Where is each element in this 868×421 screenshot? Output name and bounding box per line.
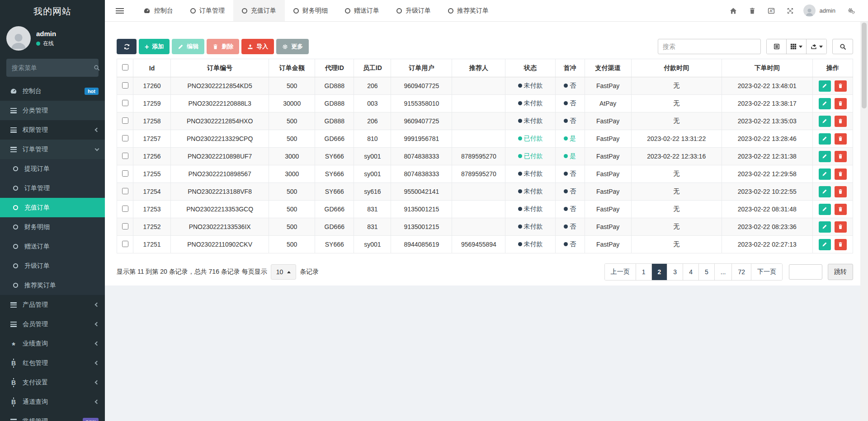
row-checkbox[interactable] (122, 153, 128, 159)
topnav-tab[interactable]: 订单管理 (182, 0, 233, 21)
row-checkbox[interactable] (122, 188, 128, 194)
jump-button[interactable]: 跳转 (828, 264, 853, 280)
list-view-button[interactable] (767, 39, 787, 54)
sidebar-menu-item[interactable]: B 通道查询 (0, 392, 105, 412)
refresh-button[interactable] (117, 39, 137, 54)
topnav-tab[interactable]: 控制台 (135, 0, 182, 21)
sidebar-menu-item[interactable]: 提现订单 (0, 159, 105, 178)
row-delete-button[interactable] (835, 133, 847, 145)
row-delete-button[interactable] (835, 239, 847, 250)
column-header[interactable]: 推荐人 (452, 59, 505, 77)
row-delete-button[interactable] (835, 186, 847, 197)
row-edit-button[interactable] (819, 186, 831, 197)
topnav-user-name[interactable]: admin (820, 7, 835, 14)
row-checkbox[interactable] (122, 117, 128, 124)
row-edit-button[interactable] (819, 133, 831, 145)
page-button[interactable]: 72 (732, 264, 751, 280)
row-checkbox[interactable] (122, 206, 128, 212)
topnav-tab[interactable]: 财务明细 (285, 0, 336, 21)
row-edit-button[interactable] (819, 80, 831, 92)
gears-button[interactable] (842, 0, 861, 22)
column-header[interactable]: 首冲 (555, 59, 585, 77)
row-edit-button[interactable] (819, 151, 831, 162)
sidebar-menu-item[interactable]: 赠送订单 (0, 237, 105, 256)
row-checkbox[interactable] (122, 82, 128, 89)
sidebar-menu-item[interactable]: 分类管理 (0, 101, 105, 120)
sidebar-menu-item[interactable]: * 业绩查询 (0, 334, 105, 353)
sidebar-menu-item[interactable]: 订单管理 (0, 140, 105, 159)
row-delete-button[interactable] (835, 116, 847, 127)
home-button[interactable] (724, 0, 743, 22)
column-header[interactable]: 下单时间 (722, 59, 812, 77)
per-page-select[interactable]: 10 (271, 264, 297, 280)
column-header[interactable]: Id (133, 59, 171, 77)
sidebar-menu-item[interactable]: 会员管理 (0, 314, 105, 334)
page-button[interactable]: 3 (667, 264, 683, 280)
row-delete-button[interactable] (835, 151, 847, 162)
topnav-tab[interactable]: 充值订单 (233, 0, 285, 21)
topnav-tab[interactable]: 升级订单 (388, 0, 439, 21)
column-header[interactable]: 订单编号 (171, 59, 269, 77)
row-delete-button[interactable] (835, 168, 847, 180)
page-button[interactable]: 4 (683, 264, 699, 280)
row-checkbox[interactable] (122, 135, 128, 141)
row-edit-button[interactable] (819, 116, 831, 127)
search-submit-button[interactable] (832, 39, 853, 54)
translate-button[interactable]: A (762, 0, 781, 22)
row-edit-button[interactable] (819, 239, 831, 250)
topnav-tab[interactable]: 赠送订单 (336, 0, 388, 21)
page-button[interactable]: 2 (652, 264, 668, 280)
sidebar-search-input[interactable] (12, 64, 94, 71)
row-edit-button[interactable] (819, 168, 831, 180)
app-title[interactable]: 我的网站 (0, 0, 105, 23)
next-page-button[interactable]: 下一页 (751, 264, 782, 280)
export-button[interactable] (807, 39, 826, 54)
table-search-input[interactable] (658, 39, 761, 54)
sidebar-menu-item[interactable]: 常规管理 new (0, 412, 105, 421)
row-checkbox[interactable] (122, 241, 128, 247)
grid-columns-button[interactable] (787, 39, 807, 54)
sidebar-menu-item[interactable]: 充值订单 (0, 198, 105, 217)
page-button[interactable]: 5 (699, 264, 715, 280)
row-delete-button[interactable] (835, 204, 847, 215)
row-edit-button[interactable] (819, 204, 831, 215)
column-header[interactable]: 支付渠道 (585, 59, 631, 77)
import-button[interactable]: 导入 (241, 39, 274, 54)
column-header[interactable]: 订单用户 (391, 59, 452, 77)
sidebar-menu-item[interactable]: 升级订单 (0, 256, 105, 276)
column-header[interactable]: 订单金额 (269, 59, 315, 77)
add-button[interactable]: + 添加 (139, 39, 170, 54)
sidebar-menu-item[interactable]: 订单管理 (0, 178, 105, 198)
jump-page-input[interactable] (789, 264, 822, 280)
topnav-tab[interactable]: 推荐奖订单 (439, 0, 497, 21)
sidebar-menu-item[interactable]: 产品管理 (0, 295, 105, 314)
sidebar-menu-item[interactable]: 推荐奖订单 (0, 276, 105, 295)
column-header[interactable]: 状态 (505, 59, 555, 77)
avatar[interactable] (803, 5, 816, 17)
row-delete-button[interactable] (835, 98, 847, 109)
select-all-checkbox[interactable] (122, 64, 128, 70)
sidebar-menu-item[interactable]: B 红包管理 (0, 353, 105, 373)
column-header[interactable]: 付款时间 (631, 59, 722, 77)
fullscreen-button[interactable] (781, 0, 800, 22)
row-checkbox[interactable] (122, 100, 128, 106)
page-button[interactable]: 1 (636, 264, 652, 280)
hamburger-menu-icon[interactable] (116, 8, 124, 14)
column-header[interactable]: 代理ID (315, 59, 354, 77)
sidebar-menu-item[interactable]: 财务明细 (0, 217, 105, 237)
row-delete-button[interactable] (835, 80, 847, 92)
delete-button[interactable]: 删除 (207, 39, 239, 54)
row-edit-button[interactable] (819, 98, 831, 109)
row-edit-button[interactable] (819, 221, 831, 233)
trash-button[interactable] (743, 0, 762, 22)
row-checkbox[interactable] (122, 170, 128, 177)
column-header[interactable]: 员工ID (354, 59, 391, 77)
edit-button[interactable]: 编辑 (172, 39, 204, 54)
sidebar-menu-item[interactable]: 控制台 hot (0, 81, 105, 101)
row-delete-button[interactable] (835, 221, 847, 233)
sidebar-menu-item[interactable]: B 支付设置 (0, 373, 105, 392)
prev-page-button[interactable]: 上一页 (605, 264, 636, 280)
scrollbar[interactable] (860, 22, 868, 421)
row-checkbox[interactable] (122, 223, 128, 229)
scrollbar-thumb[interactable] (862, 23, 867, 108)
